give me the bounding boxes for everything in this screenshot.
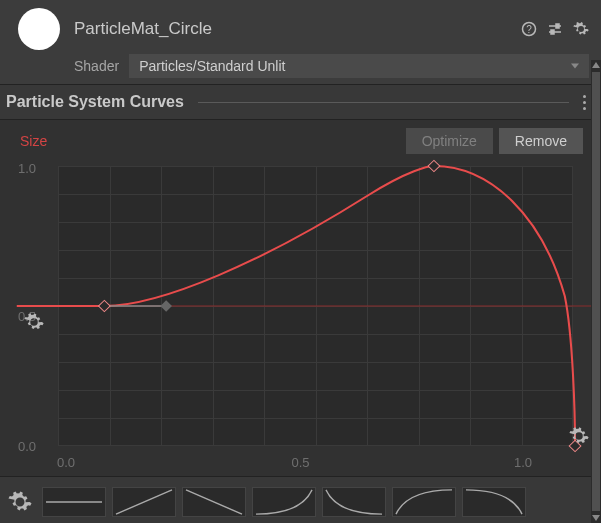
curve-left-gear-icon[interactable] (24, 312, 44, 332)
section-header[interactable]: Particle System Curves (0, 85, 601, 120)
curve-editor: Size Optimize Remove 1.0 0.5 0.0 0.0 (0, 120, 601, 523)
x-tick: 0.0 (57, 455, 75, 470)
preset-ease-in-down[interactable] (462, 487, 526, 517)
scroll-down-icon[interactable] (591, 513, 601, 523)
shader-dropdown[interactable]: Particles/Standard Unlit (129, 54, 589, 78)
svg-rect-10 (428, 160, 440, 171)
preset-linear-up[interactable] (112, 487, 176, 517)
shader-label: Shader (74, 58, 119, 74)
svg-rect-8 (99, 300, 111, 311)
scroll-up-icon[interactable] (591, 60, 601, 70)
material-name: ParticleMat_Circle (74, 19, 507, 39)
preset-ease-out-down[interactable] (322, 487, 386, 517)
y-tick: 1.0 (18, 161, 36, 176)
material-header: ParticleMat_Circle ? Shader Particles/St… (0, 0, 601, 85)
material-preview-swatch[interactable] (18, 8, 60, 50)
curve-presets-row (0, 476, 601, 523)
gear-icon[interactable] (573, 21, 589, 37)
presets-gear-icon[interactable] (8, 490, 32, 514)
curve-svg[interactable] (58, 166, 573, 446)
remove-button[interactable]: Remove (499, 128, 583, 154)
preset-ease-in-up[interactable] (252, 487, 316, 517)
curve-property-label: Size (20, 133, 47, 149)
svg-rect-9 (160, 300, 172, 311)
divider (198, 102, 569, 103)
svg-text:?: ? (526, 24, 532, 35)
preset-ease-out-up[interactable] (392, 487, 456, 517)
svg-rect-5 (551, 30, 554, 34)
vertical-scrollbar[interactable] (591, 60, 601, 523)
curve-right-gear-icon[interactable] (569, 426, 589, 446)
shader-value: Particles/Standard Unlit (139, 58, 285, 74)
scroll-thumb[interactable] (592, 72, 600, 511)
svg-rect-4 (556, 24, 559, 28)
preset-slider-icon[interactable] (547, 21, 563, 37)
y-tick: 0.0 (18, 439, 36, 454)
x-tick: 0.5 (291, 455, 309, 470)
curve-plot[interactable]: 1.0 0.5 0.0 0.0 0.5 1.0 (18, 156, 583, 476)
optimize-button[interactable]: Optimize (406, 128, 493, 154)
context-menu-icon[interactable] (577, 95, 591, 110)
section-title: Particle System Curves (6, 93, 184, 111)
help-icon[interactable]: ? (521, 21, 537, 37)
preset-linear-down[interactable] (182, 487, 246, 517)
preset-flat[interactable] (42, 487, 106, 517)
x-tick: 1.0 (514, 455, 532, 470)
